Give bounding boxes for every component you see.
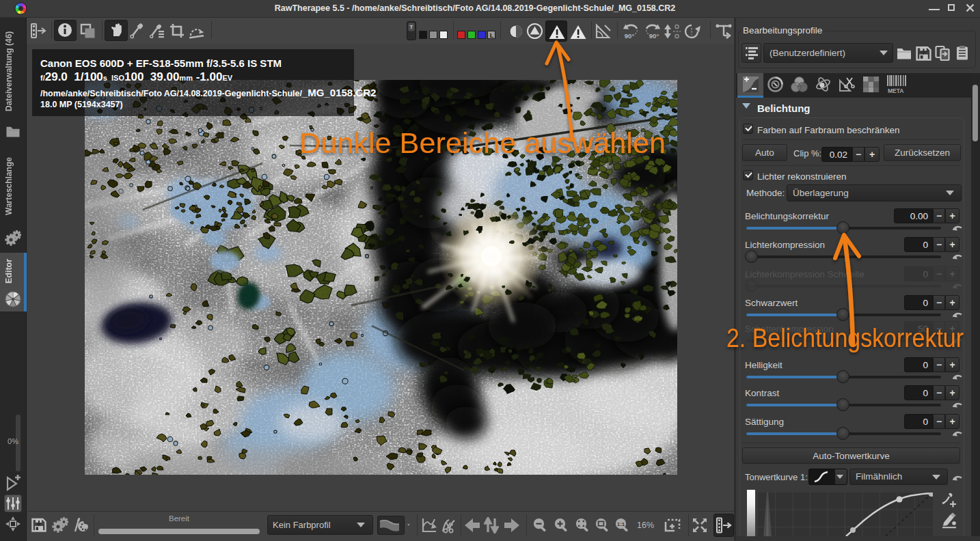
svg-text:T: T	[410, 24, 413, 30]
svg-text:META: META	[888, 87, 903, 94]
svg-text:L: L	[490, 32, 494, 39]
svg-text:90°: 90°	[649, 32, 659, 40]
svg-text:90°: 90°	[625, 32, 635, 40]
svg-text:1:1: 1:1	[617, 521, 625, 527]
